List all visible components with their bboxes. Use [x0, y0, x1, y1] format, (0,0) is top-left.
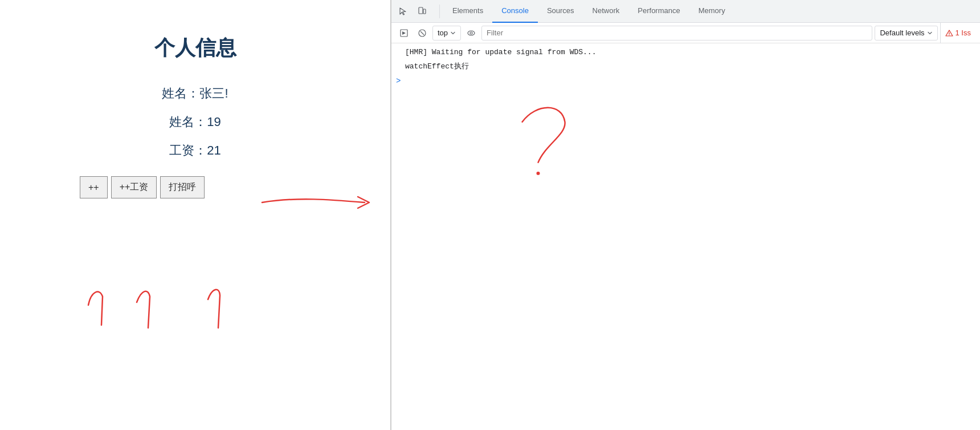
salary-display: 工资：21	[46, 142, 345, 159]
svg-line-4	[420, 31, 424, 35]
tab-network[interactable]: Network	[583, 0, 629, 23]
right-panel-annotations	[391, 43, 980, 430]
inspect-element-icon[interactable]	[394, 2, 412, 21]
greet-button[interactable]: 打招呼	[160, 176, 205, 198]
webpage-panel: 个人信息 姓名：张三! 姓名：19 工资：21 ++ ++工资 打招呼	[0, 0, 390, 430]
console-line-watcheffect: watchEffect执行	[391, 60, 980, 74]
tab-elements[interactable]: Elements	[443, 0, 492, 23]
device-toolbar-icon[interactable]	[413, 2, 431, 21]
tab-sources[interactable]: Sources	[538, 0, 583, 23]
buttons-row: ++ ++工资 打招呼	[46, 176, 345, 198]
page-title: 个人信息	[46, 34, 345, 62]
age-display: 姓名：19	[46, 113, 345, 131]
default-levels-label: Default levels	[880, 29, 924, 37]
devtools-panel: Elements Console Sources Network Perform…	[391, 0, 980, 430]
issues-count: 1 Iss	[956, 29, 971, 37]
issues-badge[interactable]: 1 Iss	[940, 23, 975, 43]
devtools-tabs: Elements Console Sources Network Perform…	[391, 0, 980, 23]
svg-point-6	[470, 32, 472, 34]
increment-button[interactable]: ++	[80, 176, 108, 198]
filter-input[interactable]	[481, 26, 872, 40]
tab-memory[interactable]: Memory	[689, 0, 734, 23]
top-label: top	[438, 29, 448, 37]
console-prompt[interactable]: >	[391, 74, 980, 88]
run-script-icon[interactable]	[396, 25, 412, 41]
svg-point-5	[468, 31, 475, 35]
context-dropdown[interactable]: top	[432, 26, 461, 40]
chevron-down-icon	[450, 30, 456, 36]
console-toolbar: top Default levels	[391, 23, 980, 43]
page-content: 个人信息 姓名：张三! 姓名：19 工资：21 ++ ++工资 打招呼	[0, 0, 390, 233]
increment-salary-button[interactable]: ++工资	[111, 176, 157, 198]
clear-console-icon[interactable]	[414, 25, 430, 41]
svg-rect-0	[419, 7, 423, 14]
chevron-down-icon-2	[927, 30, 933, 36]
svg-rect-1	[423, 9, 426, 14]
tab-console[interactable]: Console	[492, 0, 538, 23]
prompt-arrow: >	[396, 76, 401, 86]
live-expressions-icon[interactable]	[463, 25, 479, 41]
default-levels-dropdown[interactable]: Default levels	[875, 26, 937, 40]
console-output: [HMR] Waiting for update signal from WDS…	[391, 43, 980, 430]
console-line-hmr: [HMR] Waiting for update signal from WDS…	[391, 46, 980, 60]
warning-icon	[945, 29, 953, 37]
name-display: 姓名：张三!	[46, 85, 345, 102]
svg-point-8	[949, 34, 949, 35]
tab-separator	[439, 5, 440, 18]
devtools-icon-group	[394, 2, 431, 21]
svg-point-9	[537, 172, 540, 175]
tab-performance[interactable]: Performance	[628, 0, 689, 23]
